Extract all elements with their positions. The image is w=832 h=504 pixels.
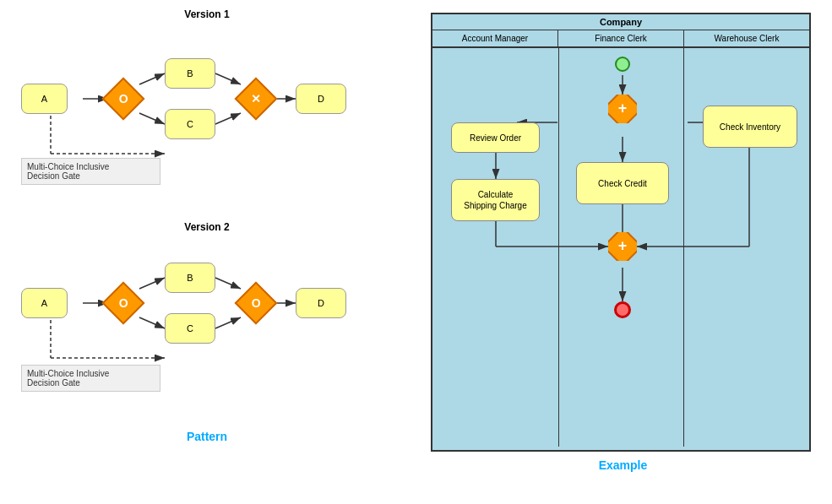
node-b-v1: B xyxy=(165,58,215,89)
example-label: Example xyxy=(431,458,815,472)
label-text-v1: Multi-Choice Inclusive Decision Gate xyxy=(27,162,109,181)
svg-line-2 xyxy=(139,73,165,84)
start-event xyxy=(615,57,630,72)
gateway-split-icon-v2: O xyxy=(119,296,128,310)
node-c-v1: C xyxy=(165,109,215,139)
svg-line-4 xyxy=(215,73,241,84)
right-panel: Company Account Manager Finance Clerk Wa… xyxy=(414,0,832,504)
svg-line-5 xyxy=(215,113,241,124)
gateway-merge-v1: ✕ xyxy=(235,78,278,121)
label-text-v2: Multi-Choice Inclusive Decision Gate xyxy=(27,369,109,387)
version1-diagram: A O B C ✕ D Multi-Choice Inclusive Decis… xyxy=(17,27,397,213)
left-panel: Version 1 A xyxy=(0,0,414,504)
node-c-v2: C xyxy=(165,313,215,344)
review-order-label: Review Order xyxy=(470,133,521,144)
check-inventory-node: Check Inventory xyxy=(703,106,797,148)
check-credit-node: Check Credit xyxy=(576,162,669,204)
version1-title: Version 1 xyxy=(17,8,397,20)
col3-header: Warehouse Clerk xyxy=(684,30,809,47)
svg-text:+: + xyxy=(618,100,628,117)
gateway-merge-v2: O xyxy=(235,282,278,325)
check-credit-label: Check Credit xyxy=(598,178,647,189)
label-v2: Multi-Choice Inclusive Decision Gate xyxy=(21,365,160,392)
calc-shipping-node: Calculate Shipping Charge xyxy=(451,179,540,221)
version2-title: Version 2 xyxy=(17,221,397,233)
svg-line-11 xyxy=(139,278,165,289)
calc-shipping-label: Calculate Shipping Charge xyxy=(464,189,527,211)
node-a-v1: A xyxy=(21,84,68,114)
node-b-v2: B xyxy=(165,263,215,293)
col1-header: Account Manager xyxy=(432,30,558,47)
swimlane-diagram: Company Account Manager Finance Clerk Wa… xyxy=(431,13,811,452)
svg-line-3 xyxy=(139,113,165,124)
svg-text:+: + xyxy=(618,237,628,254)
merge-gateway: + xyxy=(608,232,637,261)
fork-gateway: + xyxy=(608,95,637,123)
label-v1: Multi-Choice Inclusive Decision Gate xyxy=(21,158,160,185)
node-d-v2: D xyxy=(296,288,346,318)
col2-header: Finance Clerk xyxy=(558,30,684,47)
pattern-label: Pattern xyxy=(17,430,397,443)
review-order-node: Review Order xyxy=(451,122,540,153)
check-inventory-label: Check Inventory xyxy=(720,122,780,133)
gateway-split-v2: O xyxy=(102,282,145,325)
gateway-merge-icon: ✕ xyxy=(251,92,261,106)
end-event xyxy=(614,301,631,318)
svg-line-14 xyxy=(215,317,241,328)
svg-line-13 xyxy=(215,278,241,289)
svg-line-12 xyxy=(139,317,165,328)
version2-diagram: A O B C O D Multi-Choice Inclusive Decis… xyxy=(17,240,397,425)
node-d-v1: D xyxy=(296,84,346,114)
gateway-split-icon: O xyxy=(119,92,128,106)
node-a-v2: A xyxy=(21,288,68,318)
company-label: Company xyxy=(600,17,642,27)
company-header: Company xyxy=(432,14,809,30)
gateway-split-v1: O xyxy=(102,78,145,121)
gateway-merge-icon-v2: O xyxy=(252,296,261,310)
